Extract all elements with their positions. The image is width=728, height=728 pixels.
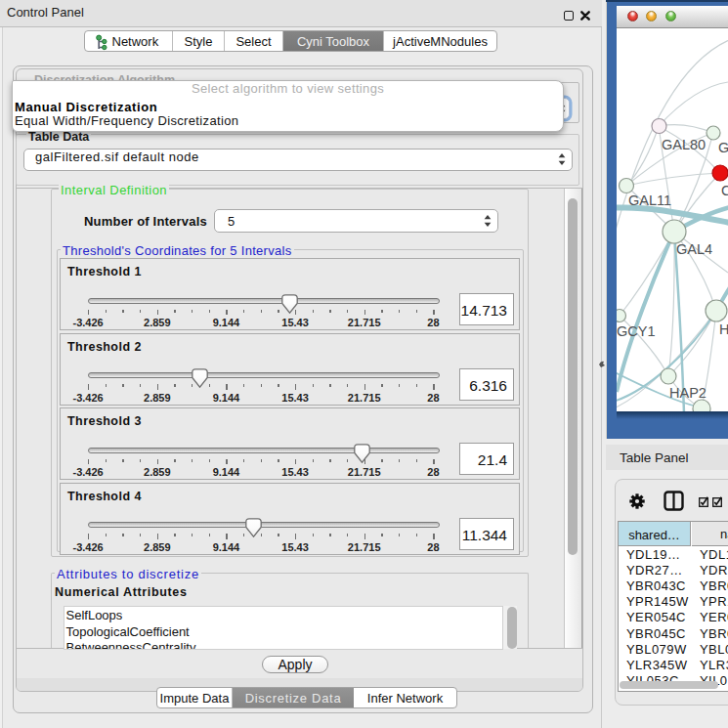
svg-text:H: H — [719, 321, 728, 337]
svg-text:GAL4: GAL4 — [676, 241, 712, 257]
svg-text:GCY1: GCY1 — [617, 323, 656, 339]
svg-text:GAL11: GAL11 — [628, 193, 671, 208]
svg-text:HAP2: HAP2 — [669, 385, 707, 401]
svg-text:C: C — [721, 183, 728, 198]
svg-text:GA: GA — [718, 140, 728, 155]
svg-text:GAL80: GAL80 — [662, 137, 706, 152]
